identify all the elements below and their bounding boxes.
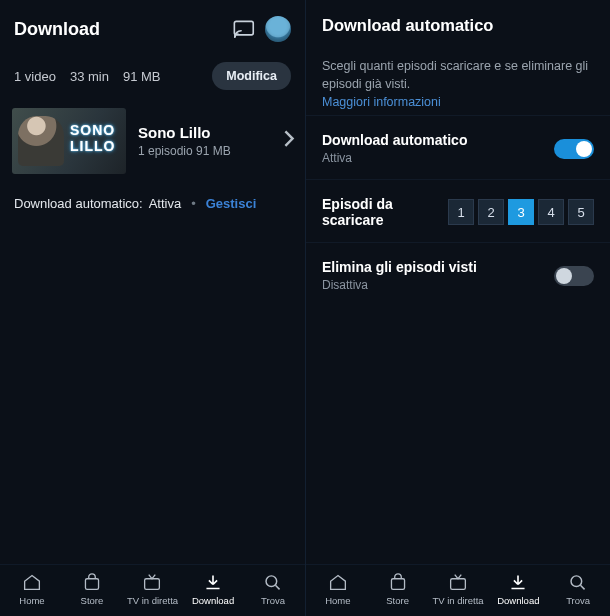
show-meta: 1 episodio 91 MB [138, 144, 271, 158]
header: Download [0, 0, 305, 52]
show-thumbnail: SONO LILLO [12, 108, 126, 174]
nav-live-tv[interactable]: TV in diretta [432, 573, 483, 606]
delete-watched-title: Elimina gli episodi visti [322, 259, 544, 275]
home-icon [328, 573, 348, 591]
download-icon [508, 573, 528, 591]
episode-count-title: Episodi da scaricare [322, 196, 438, 228]
auto-download-sub: Attiva [322, 151, 544, 165]
search-icon [568, 573, 588, 591]
tv-icon [142, 573, 162, 591]
svg-point-1 [234, 36, 236, 38]
show-info: Sono Lillo 1 episodio 91 MB [138, 124, 271, 158]
show-row[interactable]: SONO LILLO Sono Lillo 1 episodio 91 MB [0, 102, 305, 186]
nav-home[interactable]: Home [313, 573, 363, 606]
stat-videos: 1 video [14, 69, 56, 84]
bottom-nav-right: Home Store TV in diretta Download Trova [306, 564, 610, 616]
auto-download-toggle[interactable] [554, 139, 594, 159]
auto-download-title: Download automatico [322, 132, 544, 148]
setting-episode-count: Episodi da scaricare 1 2 3 4 5 [306, 179, 610, 242]
settings-description: Scegli quanti episodi scaricare e se eli… [306, 43, 610, 95]
auto-download-status: Download automatico: Attiva • Gestisci [0, 186, 305, 221]
profile-avatar[interactable] [265, 16, 291, 42]
more-info-link[interactable]: Maggiori informazioni [306, 95, 610, 115]
store-icon [82, 573, 102, 591]
show-title: Sono Lillo [138, 124, 271, 141]
downloads-pane: Download 1 video 33 min 91 MB Modifica S… [0, 0, 305, 616]
setting-auto-download: Download automatico Attiva [306, 115, 610, 179]
settings-title: Download automatico [306, 0, 610, 43]
store-icon [388, 573, 408, 591]
stat-duration: 33 min [70, 69, 109, 84]
episode-option-4[interactable]: 4 [538, 199, 564, 225]
episode-option-1[interactable]: 1 [448, 199, 474, 225]
episode-option-5[interactable]: 5 [568, 199, 594, 225]
svg-point-4 [266, 576, 277, 587]
episode-option-2[interactable]: 2 [478, 199, 504, 225]
delete-watched-toggle[interactable] [554, 266, 594, 286]
nav-store[interactable]: Store [373, 573, 423, 606]
svg-rect-2 [85, 579, 98, 590]
episode-count-picker: 1 2 3 4 5 [448, 199, 594, 225]
nav-store[interactable]: Store [67, 573, 117, 606]
manage-link[interactable]: Gestisci [206, 196, 257, 211]
delete-watched-sub: Disattiva [322, 278, 544, 292]
svg-rect-6 [451, 579, 466, 590]
nav-find[interactable]: Trova [248, 573, 298, 606]
stat-size: 91 MB [123, 69, 161, 84]
episode-option-3[interactable]: 3 [508, 199, 534, 225]
auto-download-settings-pane: Download automatico Scegli quanti episod… [305, 0, 610, 616]
page-title: Download [14, 19, 223, 40]
svg-point-7 [571, 576, 582, 587]
nav-find[interactable]: Trova [553, 573, 603, 606]
chevron-right-icon [283, 129, 295, 152]
svg-rect-5 [391, 579, 404, 590]
nav-download[interactable]: Download [188, 573, 238, 606]
cast-icon[interactable] [233, 20, 255, 38]
auto-dl-value: Attiva [149, 196, 182, 211]
svg-rect-3 [145, 579, 160, 590]
setting-delete-watched: Elimina gli episodi visti Disattiva [306, 242, 610, 306]
nav-live-tv[interactable]: TV in diretta [127, 573, 178, 606]
auto-dl-label: Download automatico: [14, 196, 143, 211]
bottom-nav: Home Store TV in diretta Download Trova [0, 564, 305, 616]
nav-home[interactable]: Home [7, 573, 57, 606]
tv-icon [448, 573, 468, 591]
home-icon [22, 573, 42, 591]
edit-button[interactable]: Modifica [212, 62, 291, 90]
separator-dot: • [187, 196, 200, 211]
search-icon [263, 573, 283, 591]
nav-download[interactable]: Download [493, 573, 543, 606]
stats-row: 1 video 33 min 91 MB Modifica [0, 52, 305, 102]
download-icon [203, 573, 223, 591]
